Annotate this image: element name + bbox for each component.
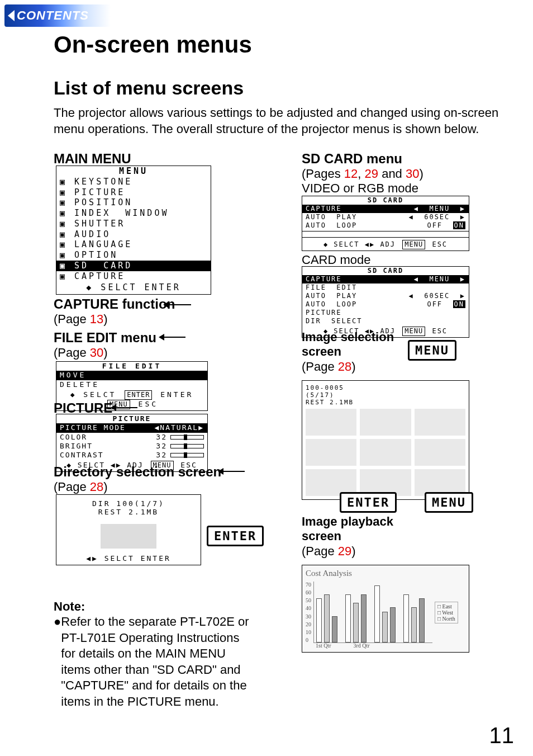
- arrow: [222, 471, 245, 472]
- menu-item: ▣ INDEX WINDOW: [56, 208, 211, 219]
- bar: [345, 594, 351, 642]
- sd-row: FILE EDIT: [302, 284, 469, 292]
- arrow: [168, 304, 191, 305]
- picture-box: PICTURE PICTURE MODE◀NATURAL▶COLOR32BRIG…: [56, 414, 208, 472]
- arrow: [115, 407, 137, 408]
- intro-text: The projector allows various settings to…: [54, 105, 506, 137]
- picture-row: COLOR32: [56, 433, 207, 442]
- picture-row: CONTRAST32: [56, 451, 207, 460]
- enter-key-2: ENTER: [340, 492, 397, 513]
- sd-box-1: SD CARD CAPTURE◀ MENU ▶AUTO PLAY◀ 60SEC …: [302, 196, 469, 251]
- menu-item: ▣ POSITION: [56, 197, 211, 208]
- page-content: On-screen menus List of menu screens The…: [54, 31, 506, 137]
- bar: [374, 585, 380, 642]
- slider-icon: [170, 435, 204, 440]
- capture-label: CAPTURE function (Page 13): [54, 296, 175, 327]
- bar: [316, 598, 322, 642]
- section-heading: List of menu screens: [54, 77, 506, 99]
- slider-icon: [170, 444, 204, 448]
- contents-button[interactable]: CONTENTS: [4, 4, 111, 27]
- sd-box-2: SD CARD CAPTURE◀ MENU ▶FILE EDITAUTO PLA…: [302, 266, 469, 338]
- sd-row: CAPTURE◀ MENU ▶: [302, 205, 469, 213]
- img-play-label: Image playback screen (Page 29): [302, 514, 397, 559]
- menu-item: ▣ OPTION: [56, 250, 211, 261]
- enter-key: ENTER: [207, 526, 264, 546]
- menu-key-1: MENU: [408, 340, 456, 361]
- bar: [390, 607, 396, 642]
- bar: [382, 612, 388, 642]
- bar: [353, 603, 359, 642]
- page-number: 11: [489, 723, 515, 748]
- bar: [419, 598, 425, 642]
- main-menu-label: MAIN MENU: [54, 151, 131, 167]
- picture-row: BRIGHT32: [56, 442, 207, 451]
- file-edit-label: FILE EDIT menu (Page 30): [54, 330, 156, 360]
- menu-key-2: MENU: [425, 492, 473, 513]
- dir-thumb: [101, 524, 156, 549]
- menu-item: ▣ SD CARD: [56, 261, 211, 271]
- chart-title: Cost Analysis: [306, 569, 465, 578]
- sd-row: AUTO LOOPOFF ON: [302, 300, 469, 309]
- picture-row: PICTURE MODE◀NATURAL▶: [56, 423, 207, 432]
- bar: [332, 616, 337, 642]
- menu-item: ▣ AUDIO: [56, 229, 211, 240]
- bar: [324, 594, 330, 642]
- sd-row: AUTO PLAY◀ 60SEC ▶: [302, 292, 469, 300]
- dir-box: DIR 100(1/7) REST 2.1MB ◀▶ SELCT ENTER: [56, 494, 201, 565]
- slider-icon: [170, 453, 204, 457]
- sd-row: DIR SELECT: [302, 317, 469, 325]
- chart: Cost Analysis 010203040506070 □ East□ We…: [302, 565, 469, 653]
- main-menu-footer: ◆ SELCT ENTER: [56, 281, 211, 294]
- menu-item: ▣ PICTURE: [56, 187, 211, 198]
- bar: [361, 594, 367, 642]
- dir-label: Directory selection screen (Page 28): [54, 464, 221, 494]
- card-mode-label: CARD mode: [302, 253, 370, 267]
- sd-row: AUTO PLAY◀ 60SEC ▶: [302, 213, 469, 221]
- menu-item: ▣ SHUTTER: [56, 219, 211, 229]
- sd-row: PICTURE: [302, 309, 469, 317]
- page-title: On-screen menus: [54, 31, 506, 58]
- contents-label: CONTENTS: [17, 8, 89, 23]
- main-menu-box: MENU ▣ KEYSTONE▣ PICTURE▣ POSITION▣ INDE…: [56, 166, 211, 295]
- img-sel-box: 100-0005 (5/17) REST 2.1MB: [302, 380, 469, 500]
- menu-item: ▣ KEYSTONE: [56, 177, 211, 187]
- note: Note: ● Refer to the separate PT-L702E o…: [54, 599, 255, 710]
- menu-item: ▣ LANGUAGE: [56, 239, 211, 250]
- sd-row: CAPTURE◀ MENU ▶: [302, 275, 469, 284]
- img-sel-label: Image selection screen (Page 28): [302, 330, 397, 374]
- arrow: [163, 337, 185, 338]
- sd-row: AUTO LOOPOFF ON: [302, 221, 469, 230]
- sd-label: SD CARD menu (Pages 12, 29 and 30) VIDEO…: [302, 151, 423, 196]
- bar: [403, 594, 409, 642]
- bar: [411, 607, 417, 642]
- menu-item: ▣ CAPTURE: [56, 271, 211, 282]
